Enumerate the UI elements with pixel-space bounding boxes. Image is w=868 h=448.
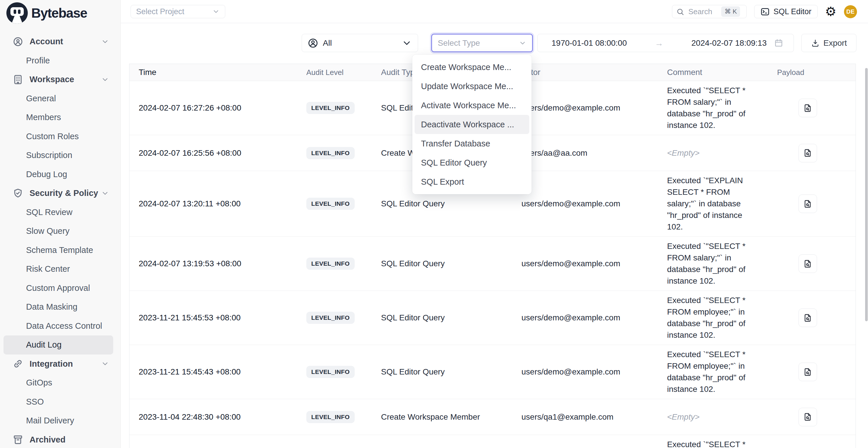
chevron-down-icon xyxy=(101,75,109,84)
file-search-icon xyxy=(803,367,812,377)
audit-comment: Executed `"SELECT * FROM salary;"` in da… xyxy=(663,237,760,291)
sidebar-item-label: Mail Delivery xyxy=(26,416,74,425)
audit-type: SQL Editor Query xyxy=(375,367,517,377)
audit-time: 2023-11-04 22:48:30 +08:00 xyxy=(129,412,301,422)
sidebar-item-sql-review[interactable]: SQL Review xyxy=(3,203,113,222)
sidebar-item-subscription[interactable]: Subscription xyxy=(3,146,113,165)
arrow-right-icon: → xyxy=(627,38,691,48)
payload-view-button[interactable] xyxy=(799,254,817,273)
sidebar-item-label: Members xyxy=(26,113,61,122)
audit-actor: users/demo@example.com xyxy=(517,313,663,322)
sidebar-item-security-policy[interactable]: Security & Policy xyxy=(3,184,113,203)
search-input[interactable] xyxy=(688,7,718,17)
payload-view-button[interactable] xyxy=(799,309,817,327)
file-search-icon xyxy=(803,313,812,322)
date-range-picker[interactable]: 1970-01-01 08:00:00 → 2024-02-07 18:09:1… xyxy=(537,34,794,52)
file-search-icon xyxy=(803,149,812,157)
sidebar-item-general[interactable]: General xyxy=(3,89,113,108)
topbar-actions: ⌘ K SQL Editor ⚙ DE xyxy=(672,5,857,18)
table-row: 2023-11-21 15:45:53 +08:00 LEVEL_INFO SQ… xyxy=(129,291,856,345)
audit-log-filters: All Select Type 1970-01-01 08:00:00 → 20… xyxy=(0,34,868,52)
sidebar-item-custom-approval[interactable]: Custom Approval xyxy=(3,279,113,298)
audit-time: 2023-11-21 15:45:43 +08:00 xyxy=(129,367,301,377)
sidebar-item-archived[interactable]: Archived xyxy=(3,430,113,448)
sidebar-item-mail-delivery[interactable]: Mail Delivery xyxy=(3,411,113,430)
sidebar-item-label: Security & Policy xyxy=(30,188,98,198)
sidebar-item-label: GitOps xyxy=(26,378,52,387)
sidebar-item-gitops[interactable]: GitOps xyxy=(3,373,113,392)
search-icon xyxy=(676,8,684,15)
sidebar-nav: Account Profile Workspace General Member… xyxy=(0,32,120,448)
type-menu-item-create-workspace-me[interactable]: Create Workspace Me... xyxy=(412,58,532,77)
sidebar-item-label: SQL Review xyxy=(26,207,72,217)
payload-view-button[interactable] xyxy=(799,363,817,381)
date-from-value: 1970-01-01 08:00:00 xyxy=(552,38,627,48)
audit-comment: Executed `"SELECT * FROM salary;"` in da… xyxy=(663,81,760,135)
column-header-time: Time xyxy=(129,68,301,77)
brand-name: Bytebase xyxy=(31,5,87,21)
sidebar-item-label: Debug Log xyxy=(26,169,67,179)
gear-icon[interactable]: ⚙ xyxy=(825,5,836,18)
sidebar: Bytebase Account Profile Workspace Gener… xyxy=(0,0,121,448)
sidebar-item-data-masking[interactable]: Data Masking xyxy=(3,297,113,317)
sidebar-item-risk-center[interactable]: Risk Center xyxy=(3,260,113,279)
sidebar-item-workspace[interactable]: Workspace xyxy=(3,70,113,89)
sidebar-item-debug-log[interactable]: Debug Log xyxy=(3,165,113,184)
sidebar-item-label: Integration xyxy=(30,359,73,369)
sidebar-item-audit-log[interactable]: Audit Log xyxy=(3,335,113,354)
type-menu-item-update-workspace-me[interactable]: Update Workspace Me... xyxy=(412,77,532,96)
bytebase-logo[interactable]: Bytebase xyxy=(6,2,87,24)
export-button[interactable]: Export xyxy=(801,34,857,52)
column-header-comment: Comment xyxy=(663,67,760,78)
sidebar-item-label: Archived xyxy=(30,435,65,445)
payload-view-button[interactable] xyxy=(799,144,817,162)
table-row: 2023-11-21 15:45:43 +08:00 LEVEL_INFO SQ… xyxy=(129,345,856,399)
bytebase-app: Bytebase Account Profile Workspace Gener… xyxy=(0,0,868,448)
vertical-scrollbar-thumb[interactable] xyxy=(865,68,868,321)
type-menu-item-sql-export[interactable]: SQL Export xyxy=(412,172,532,191)
shield-icon xyxy=(12,188,24,199)
sql-editor-button[interactable]: SQL Editor xyxy=(754,5,817,18)
global-search[interactable]: ⌘ K xyxy=(672,5,747,18)
audit-time: 2024-02-07 16:27:26 +08:00 xyxy=(129,103,301,113)
sidebar-item-label: Subscription xyxy=(26,151,72,160)
sidebar-item-custom-roles[interactable]: Custom Roles xyxy=(3,127,113,146)
audit-type: Create Workspace Member xyxy=(375,412,517,422)
type-filter-menu: Create Workspace Me... Update Workspace … xyxy=(412,55,532,194)
payload-view-button[interactable] xyxy=(799,194,817,213)
user-circle-icon xyxy=(308,38,318,48)
table-row: 2024-02-07 13:19:53 +08:00 LEVEL_INFO SQ… xyxy=(129,236,856,291)
sql-editor-label: SQL Editor xyxy=(773,7,811,16)
payload-view-button[interactable] xyxy=(799,408,817,426)
building-icon xyxy=(12,74,24,85)
sidebar-item-slow-query[interactable]: Slow Query xyxy=(3,222,113,241)
chevron-down-icon xyxy=(402,38,412,48)
sidebar-item-profile[interactable]: Profile xyxy=(3,51,113,70)
type-menu-item-deactivate-workspace[interactable]: Deactivate Workspace ... xyxy=(414,115,529,134)
actor-filter-dropdown[interactable]: All xyxy=(302,34,418,52)
sidebar-item-members[interactable]: Members xyxy=(3,108,113,127)
project-select-dropdown[interactable]: Select Project xyxy=(131,5,225,18)
sidebar-item-sso[interactable]: SSO xyxy=(3,392,113,412)
type-filter-dropdown[interactable]: Select Type xyxy=(431,34,533,52)
audit-comment: Executed `"SELECT * FROM employee;"` in … xyxy=(663,345,760,399)
payload-view-button[interactable] xyxy=(799,99,817,117)
sidebar-item-label: Audit Log xyxy=(26,340,62,350)
audit-level-badge: LEVEL_INFO xyxy=(306,102,355,114)
audit-comment: Executed `"SELECT * FROM department;"` i… xyxy=(663,435,760,448)
audit-level-badge: LEVEL_INFO xyxy=(306,147,355,159)
sidebar-item-label: SSO xyxy=(26,397,44,407)
type-menu-item-transfer-database[interactable]: Transfer Database xyxy=(412,134,532,153)
audit-time: 2024-02-07 13:20:11 +08:00 xyxy=(129,199,301,209)
sidebar-item-data-access-control[interactable]: Data Access Control xyxy=(3,317,113,336)
sidebar-item-label: Slow Query xyxy=(26,226,69,236)
audit-comment: Executed `"EXPLAIN SELECT * FROM salary;… xyxy=(663,171,760,236)
column-header-payload: Payload xyxy=(760,68,856,77)
audit-comment: <Empty> xyxy=(663,143,760,163)
avatar[interactable]: DE xyxy=(844,5,857,18)
date-to-value: 2024-02-07 18:09:13 xyxy=(691,38,767,48)
sidebar-item-integration[interactable]: Integration xyxy=(3,354,113,374)
type-menu-item-activate-workspace-me[interactable]: Activate Workspace Me... xyxy=(412,96,532,115)
sidebar-item-schema-template[interactable]: Schema Template xyxy=(3,241,113,260)
type-menu-item-sql-editor-query[interactable]: SQL Editor Query xyxy=(412,153,532,172)
